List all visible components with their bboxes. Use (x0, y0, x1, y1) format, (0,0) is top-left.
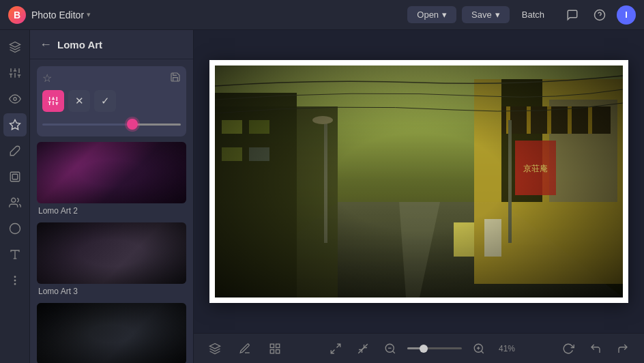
preset-controls: ✕ ✓ (42, 90, 181, 112)
sidebar-item-layers[interactable] (3, 35, 27, 59)
sidebar-item-view[interactable] (3, 87, 27, 111)
expand-button[interactable] (325, 338, 346, 359)
open-button[interactable]: Open ▾ (407, 6, 456, 23)
sidebar-item-adjustments[interactable] (3, 61, 27, 85)
svg-point-22 (14, 284, 16, 285)
icon-bar (0, 30, 30, 363)
svg-line-69 (331, 349, 334, 353)
sidebar-item-brush[interactable] (3, 139, 27, 162)
user-avatar[interactable]: I (617, 5, 636, 25)
zoom-out-button[interactable] (380, 338, 400, 359)
svg-rect-14 (10, 172, 20, 182)
zoom-in-button[interactable] (469, 338, 489, 359)
layers-bottom-button[interactable] (205, 338, 225, 359)
svg-point-12 (13, 98, 16, 101)
rotate-button[interactable] (558, 338, 579, 359)
photo-svg: 京荘庵 (215, 66, 623, 297)
topbar-icons: I (562, 5, 636, 25)
preset-slider[interactable] (42, 117, 181, 131)
star-button[interactable]: ☆ (42, 72, 52, 85)
app-title: Photo Editor (31, 10, 84, 20)
app-title-chevron: ▾ (87, 10, 91, 19)
canvas-center: 京荘庵 (194, 30, 644, 333)
fit-button[interactable] (353, 338, 373, 359)
svg-point-16 (11, 198, 15, 202)
sidebar-item-shapes[interactable] (3, 217, 27, 240)
batch-button[interactable]: Batch (515, 6, 551, 23)
preset-list: Lomo Art 2 Lomo Art 3 Lomo Art 4 Lomo Ar… (30, 136, 193, 363)
adjust-button[interactable] (42, 90, 64, 112)
photo-frame: 京荘庵 (209, 60, 628, 303)
sidebar-item-text[interactable] (3, 243, 27, 266)
undo-button[interactable] (585, 338, 606, 359)
list-item[interactable]: Lomo Art 2 (37, 142, 186, 216)
svg-rect-64 (270, 344, 274, 347)
redo-button[interactable] (613, 338, 633, 359)
svg-marker-2 (10, 42, 20, 48)
bottom-bar-right (558, 338, 633, 359)
svg-line-76 (481, 351, 483, 353)
svg-marker-13 (10, 120, 20, 130)
preset-label: Lomo Art 3 (37, 287, 186, 296)
back-button[interactable]: ← (40, 38, 52, 50)
svg-rect-15 (12, 174, 18, 179)
svg-rect-67 (276, 349, 280, 353)
svg-rect-65 (276, 344, 280, 347)
svg-line-71 (358, 347, 364, 353)
zoom-slider-track[interactable] (407, 347, 462, 349)
canvas-area: 京荘庵 (194, 30, 644, 363)
chat-icon-button[interactable] (562, 5, 583, 25)
zoom-percent: 41% (496, 344, 518, 353)
cancel-button[interactable]: ✕ (68, 90, 90, 112)
panel-title: Lomo Art (57, 39, 102, 50)
svg-marker-63 (210, 343, 220, 349)
left-panel: ← Lomo Art ☆ (30, 30, 194, 363)
grid-bottom-button[interactable] (265, 338, 285, 359)
app-title-group[interactable]: Photo Editor ▾ (31, 10, 91, 20)
save-button[interactable]: Save ▾ (462, 6, 510, 23)
active-preset-control: ☆ (37, 66, 186, 136)
photo-inner: 京荘庵 (215, 66, 623, 297)
svg-rect-66 (270, 349, 274, 353)
confirm-button[interactable]: ✓ (94, 90, 116, 112)
list-item[interactable]: Lomo Art 3 (37, 222, 186, 296)
svg-point-17 (10, 224, 20, 234)
svg-rect-62 (215, 66, 623, 297)
zoom-slider-container[interactable] (407, 347, 462, 349)
bottom-bar-center: 41% (325, 338, 518, 359)
svg-point-20 (14, 276, 16, 278)
preset-label: Lomo Art 2 (37, 206, 186, 216)
list-item[interactable]: Lomo Art 4 (37, 303, 186, 363)
sidebar-item-people[interactable] (3, 191, 27, 214)
svg-line-73 (392, 351, 394, 353)
preset-active-header: ☆ (42, 72, 181, 85)
sidebar-item-more[interactable] (3, 269, 27, 292)
svg-line-68 (337, 344, 340, 347)
svg-point-21 (14, 280, 16, 281)
edit-bottom-button[interactable] (235, 338, 255, 359)
panel-header: ← Lomo Art (30, 30, 193, 59)
topbar: B Photo Editor ▾ Open ▾ Save ▾ Batch I (0, 0, 644, 30)
sidebar-item-effects[interactable] (3, 113, 27, 136)
save-preset-button[interactable] (170, 72, 181, 85)
sidebar-item-frames[interactable] (3, 165, 27, 188)
bottom-bar-left (205, 338, 285, 359)
app-logo: B (8, 6, 26, 24)
bottom-bar: 41% (194, 333, 644, 363)
help-icon-button[interactable] (589, 5, 610, 25)
main-area: ← Lomo Art ☆ (0, 30, 644, 363)
